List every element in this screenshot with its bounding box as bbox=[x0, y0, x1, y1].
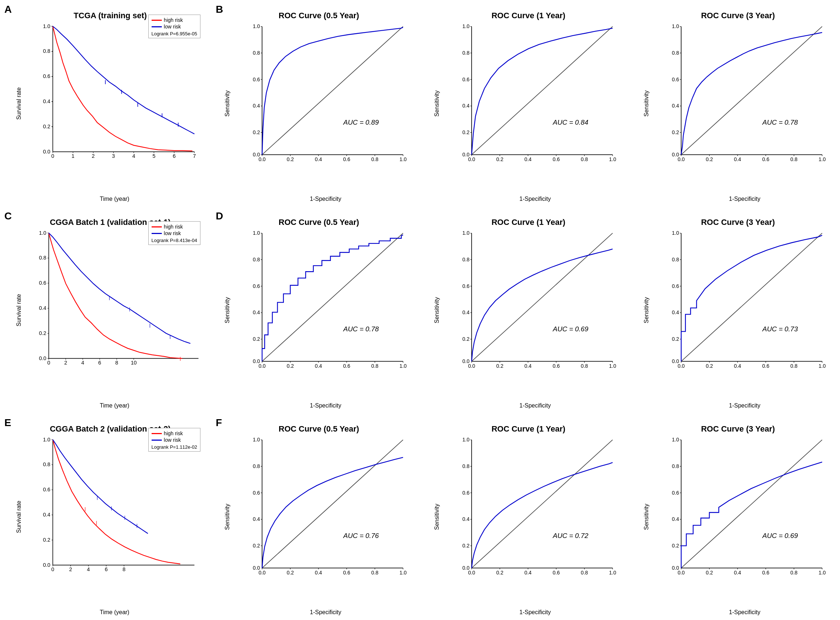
x-axis-B3: 1-Specificity bbox=[729, 196, 760, 202]
title-D05: ROC Curve (0.5 Year) bbox=[219, 218, 419, 227]
svg-text:0: 0 bbox=[47, 360, 50, 366]
svg-text:0.4: 0.4 bbox=[39, 305, 46, 311]
legend-E: high risk low risk Logrank P=1.112e-02 bbox=[148, 428, 200, 451]
svg-text:0.2: 0.2 bbox=[496, 157, 503, 162]
svg-text:0.4: 0.4 bbox=[43, 512, 50, 518]
panel-F3: ROC Curve (3 Year) Sensitivity 1-Specifi… bbox=[630, 413, 840, 620]
svg-text:0.2: 0.2 bbox=[706, 157, 713, 162]
svg-text:0: 0 bbox=[51, 566, 54, 572]
x-axis-D3: 1-Specificity bbox=[729, 402, 760, 409]
auc-F1: AUC = 0.72 bbox=[553, 532, 589, 539]
svg-text:0.8: 0.8 bbox=[371, 570, 379, 576]
svg-text:0.8: 0.8 bbox=[581, 157, 588, 162]
y-axis-F3: Sensitivity bbox=[643, 503, 650, 530]
chart-F05: 1.0 0.8 0.6 0.4 0.2 0.0 0.0 0.2 0.4 0.6 … bbox=[233, 436, 419, 589]
y-axis-B1: Sensitivity bbox=[434, 90, 440, 116]
svg-text:0.6: 0.6 bbox=[762, 570, 770, 576]
auc-F05: AUC = 0.76 bbox=[343, 532, 379, 539]
svg-text:0: 0 bbox=[51, 153, 54, 159]
svg-line-200 bbox=[681, 233, 822, 361]
logrank-A: Logrank P=6.955e-05 bbox=[152, 31, 197, 36]
svg-text:0.2: 0.2 bbox=[43, 537, 50, 543]
title-D1: ROC Curve (1 Year) bbox=[428, 218, 629, 227]
svg-text:0.4: 0.4 bbox=[463, 103, 470, 108]
svg-text:0.6: 0.6 bbox=[553, 570, 560, 576]
svg-text:0.0: 0.0 bbox=[468, 157, 475, 162]
y-axis-B05: Sensitivity bbox=[224, 90, 231, 116]
svg-text:1.0: 1.0 bbox=[672, 23, 679, 29]
x-axis-B05: 1-Specificity bbox=[310, 196, 341, 202]
panel-D3: ROC Curve (3 Year) Sensitivity 1-Specifi… bbox=[630, 207, 840, 413]
svg-line-174 bbox=[472, 233, 613, 361]
svg-text:1.0: 1.0 bbox=[43, 436, 50, 442]
svg-text:1.0: 1.0 bbox=[39, 230, 46, 236]
svg-text:0.6: 0.6 bbox=[43, 487, 50, 492]
svg-text:0.6: 0.6 bbox=[253, 283, 260, 289]
svg-text:0.2: 0.2 bbox=[287, 570, 294, 576]
chart-B05: 1.0 0.8 0.6 0.4 0.2 0.0 0.0 0.2 0.4 0.6 … bbox=[233, 22, 419, 176]
svg-text:0.6: 0.6 bbox=[43, 73, 50, 79]
svg-text:1.0: 1.0 bbox=[609, 363, 616, 369]
svg-text:0.8: 0.8 bbox=[581, 570, 588, 576]
chart-B1: 1.0 0.8 0.6 0.4 0.2 0.0 0.0 0.2 0.4 0.6 … bbox=[443, 22, 629, 176]
svg-text:1.0: 1.0 bbox=[609, 570, 616, 576]
svg-text:0.4: 0.4 bbox=[315, 363, 322, 369]
legend-low-risk-C: low risk bbox=[164, 230, 181, 236]
svg-text:0.8: 0.8 bbox=[672, 463, 679, 469]
svg-text:0.0: 0.0 bbox=[468, 363, 475, 369]
panel-A: A TCGA (training set) high risk low risk… bbox=[0, 0, 211, 207]
title-F05: ROC Curve (0.5 Year) bbox=[219, 424, 419, 434]
svg-text:1.0: 1.0 bbox=[463, 23, 470, 29]
svg-text:0.0: 0.0 bbox=[678, 363, 685, 369]
svg-text:0.6: 0.6 bbox=[672, 283, 679, 289]
label-A: A bbox=[5, 4, 12, 15]
svg-text:6: 6 bbox=[98, 360, 101, 366]
svg-text:0.2: 0.2 bbox=[253, 543, 260, 549]
label-B: B bbox=[216, 4, 223, 15]
svg-text:0.4: 0.4 bbox=[734, 157, 741, 162]
svg-text:0.2: 0.2 bbox=[39, 330, 46, 336]
svg-text:0.0: 0.0 bbox=[258, 157, 266, 162]
svg-text:0.8: 0.8 bbox=[39, 255, 46, 260]
title-B1: ROC Curve (1 Year) bbox=[428, 11, 629, 20]
label-E: E bbox=[5, 417, 11, 429]
svg-text:0.6: 0.6 bbox=[553, 157, 560, 162]
svg-text:0.8: 0.8 bbox=[253, 257, 260, 262]
x-axis-F1: 1-Specificity bbox=[519, 609, 551, 615]
x-axis-A: Time (year) bbox=[100, 196, 129, 202]
svg-text:4: 4 bbox=[132, 153, 135, 159]
x-axis-E: Time (year) bbox=[100, 609, 129, 615]
svg-text:0.4: 0.4 bbox=[463, 516, 470, 522]
svg-text:0.4: 0.4 bbox=[463, 310, 470, 315]
svg-text:1.0: 1.0 bbox=[819, 363, 826, 369]
svg-text:0.8: 0.8 bbox=[463, 257, 470, 262]
svg-text:1.0: 1.0 bbox=[672, 436, 679, 442]
svg-text:0.4: 0.4 bbox=[734, 363, 741, 369]
svg-text:1.0: 1.0 bbox=[819, 157, 826, 162]
label-F: F bbox=[216, 417, 222, 429]
auc-D1: AUC = 0.69 bbox=[553, 325, 589, 333]
svg-text:1.0: 1.0 bbox=[400, 157, 407, 162]
svg-text:0.6: 0.6 bbox=[343, 570, 350, 576]
legend-A: high risk low risk Logrank P=6.955e-05 bbox=[148, 15, 200, 38]
svg-text:0.8: 0.8 bbox=[43, 462, 50, 467]
svg-text:0.6: 0.6 bbox=[463, 77, 470, 82]
svg-text:0.0: 0.0 bbox=[678, 570, 685, 576]
svg-text:0.8: 0.8 bbox=[43, 48, 50, 54]
svg-text:1.0: 1.0 bbox=[609, 157, 616, 162]
panel-F1: ROC Curve (1 Year) Sensitivity 1-Specifi… bbox=[421, 413, 630, 620]
svg-text:0.8: 0.8 bbox=[672, 50, 679, 56]
auc-B3: AUC = 0.78 bbox=[762, 119, 798, 126]
panel-B1: ROC Curve (1 Year) Sensitivity 1-Specifi… bbox=[421, 0, 630, 207]
chart-E: 1.0 0.8 0.6 0.4 0.2 0.0 0 2 4 6 8 bbox=[26, 436, 210, 589]
svg-text:1.0: 1.0 bbox=[463, 230, 470, 236]
panel-D05: D ROC Curve (0.5 Year) Sensitivity 1-Spe… bbox=[211, 207, 421, 413]
auc-B05: AUC = 0.89 bbox=[343, 119, 379, 126]
x-axis-F3: 1-Specificity bbox=[729, 609, 760, 615]
x-axis-D1: 1-Specificity bbox=[519, 402, 551, 409]
svg-text:0.8: 0.8 bbox=[790, 570, 798, 576]
svg-text:4: 4 bbox=[87, 566, 90, 572]
svg-text:0.2: 0.2 bbox=[43, 123, 50, 129]
x-axis-C: Time (year) bbox=[100, 402, 129, 409]
y-axis-D3: Sensitivity bbox=[643, 297, 650, 323]
